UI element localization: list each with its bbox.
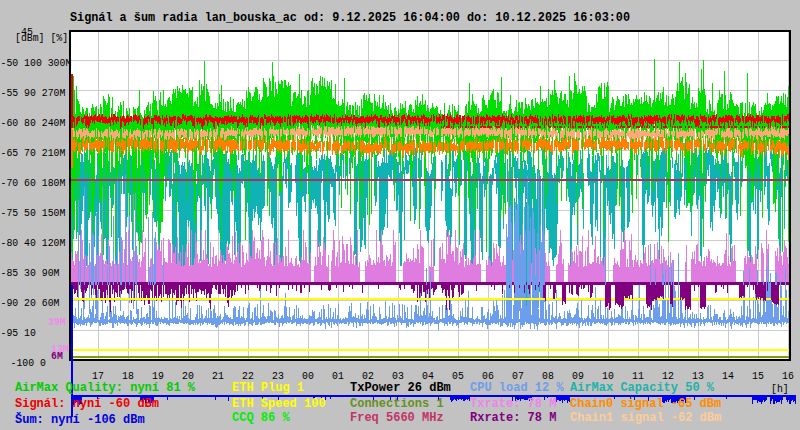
svg-text:21: 21 [212, 371, 224, 382]
svg-text:Chain0 signal -65 dBm: Chain0 signal -65 dBm [570, 397, 721, 411]
svg-text:TxPower 26 dBm: TxPower 26 dBm [350, 381, 451, 395]
svg-text:-90 20 60M: -90 20 60M [1, 298, 60, 309]
svg-text:[h]: [h] [771, 384, 789, 395]
svg-text:-80 40 120M: -80 40 120M [1, 238, 66, 249]
svg-text:AirMax Capacity 50 %: AirMax Capacity 50 % [570, 381, 715, 395]
svg-text:CPU load 12 %: CPU load 12 % [470, 381, 564, 395]
svg-text:-60 80 240M: -60 80 240M [1, 118, 66, 129]
svg-text:Signál: nyní -60 dBm: Signál: nyní -60 dBm [15, 397, 159, 411]
svg-text:-95 10: -95 10 [1, 328, 36, 339]
svg-text:Chain1 signal -62 dBm: Chain1 signal -62 dBm [570, 411, 721, 425]
svg-text:16: 16 [782, 371, 794, 382]
svg-text:-100 0: -100 0 [11, 358, 46, 369]
svg-text:ETH Plug 1: ETH Plug 1 [232, 381, 304, 395]
svg-text:Freq 5660 MHz: Freq 5660 MHz [350, 411, 444, 425]
svg-text:Connections 1: Connections 1 [350, 397, 444, 411]
svg-text:ETH Speed 100: ETH Speed 100 [232, 397, 326, 411]
svg-text:CCQ 86 %: CCQ 86 % [232, 411, 290, 425]
svg-text:01: 01 [332, 371, 344, 382]
svg-text:-50 100 300M: -50 100 300M [1, 58, 72, 69]
svg-text:05: 05 [452, 371, 464, 382]
svg-text:[dBm] [%]: [dBm] [%] [15, 33, 68, 44]
svg-text:39M: 39M [48, 317, 66, 328]
svg-text:Signál a šum radia lan_bouska_: Signál a šum radia lan_bouska_ac od: 9.1… [70, 11, 630, 25]
svg-text:AirMax Quality: nyní 81 %: AirMax Quality: nyní 81 % [15, 381, 196, 395]
svg-text:-55 90 270M: -55 90 270M [1, 88, 66, 99]
svg-text:Txrate: 78 M: Txrate: 78 M [470, 397, 556, 411]
svg-text:-85 30 90M: -85 30 90M [1, 268, 60, 279]
svg-text:Rxrate: 78 M: Rxrate: 78 M [470, 411, 556, 425]
svg-text:Šum: nyní -106 dBm: Šum: nyní -106 dBm [15, 412, 145, 427]
svg-text:-65 70 210M: -65 70 210M [1, 148, 66, 159]
svg-text:15: 15 [752, 371, 764, 382]
svg-text:-70 60 180M: -70 60 180M [1, 178, 66, 189]
svg-text:6M: 6M [51, 351, 63, 362]
svg-text:-75 50 150M: -75 50 150M [1, 208, 66, 219]
svg-text:14: 14 [722, 371, 734, 382]
